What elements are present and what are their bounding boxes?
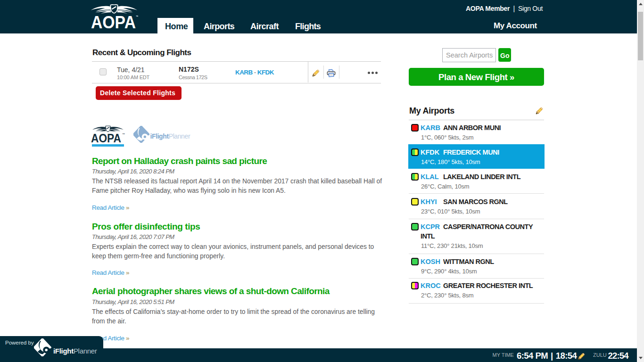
svg-text:™: ™: [136, 15, 138, 18]
svg-text:™: ™: [122, 133, 125, 136]
svg-text:AOPA: AOPA: [91, 132, 121, 145]
svg-text:AOPA: AOPA: [91, 14, 136, 30]
